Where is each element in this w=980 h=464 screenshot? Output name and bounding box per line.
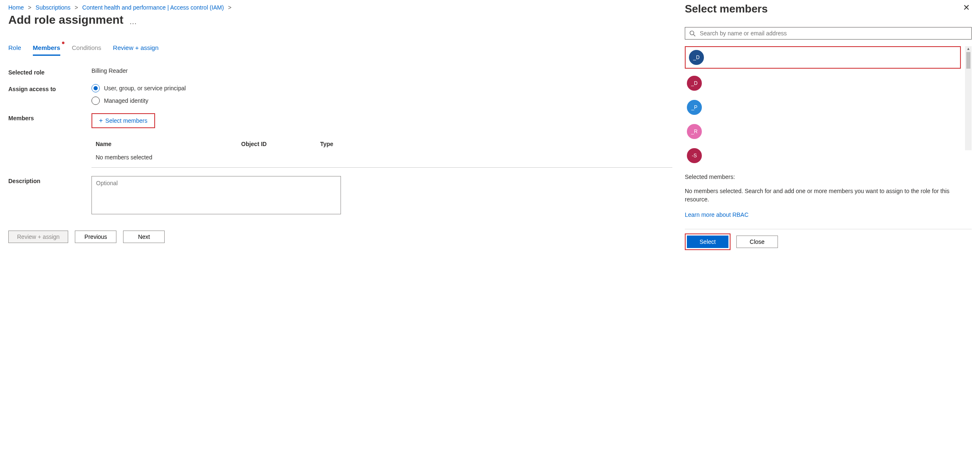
member-item-1[interactable]: _D	[685, 74, 962, 93]
plus-icon: +	[99, 117, 103, 124]
learn-more-rbac-link[interactable]: Learn more about RBAC	[685, 211, 972, 218]
select-button[interactable]: Select	[687, 236, 728, 248]
scroll-up-icon[interactable]: ▲	[967, 46, 970, 51]
col-header-object-id: Object ID	[241, 141, 304, 147]
footer-buttons: Review + assign Previous Next	[8, 231, 672, 243]
description-label: Description	[8, 176, 91, 216]
scrollbar[interactable]: ▲	[965, 46, 972, 150]
member-item-4[interactable]: -S	[685, 146, 962, 165]
members-table: Name Object ID Type No members selected	[91, 138, 672, 168]
assign-access-label: Assign access to	[8, 84, 91, 105]
main-panel: Home > Subscriptions > Content health an…	[0, 0, 681, 464]
svg-line-1	[694, 34, 695, 36]
breadcrumb: Home > Subscriptions > Content health an…	[8, 4, 672, 11]
search-input[interactable]	[699, 30, 967, 37]
radio-user-group-sp[interactable]: User, group, or service principal	[91, 84, 672, 92]
members-table-empty: No members selected	[91, 150, 672, 168]
radio-managed-identity[interactable]: Managed identity	[91, 97, 672, 105]
assign-access-radio-group: User, group, or service principal Manage…	[91, 84, 672, 105]
next-button[interactable]: Next	[123, 231, 165, 243]
radio-checked-icon	[91, 84, 100, 92]
member-list: _D _D _P _R -S	[685, 46, 962, 165]
search-icon	[689, 30, 696, 37]
review-assign-button: Review + assign	[8, 231, 68, 243]
radio-label: Managed identity	[104, 97, 148, 104]
page-title: Add role assignment	[8, 13, 123, 27]
chevron-right-icon: >	[75, 4, 78, 11]
radio-unchecked-icon	[91, 97, 100, 105]
member-item-0[interactable]: _D	[685, 46, 961, 69]
tab-members-label: Members	[33, 44, 60, 51]
chevron-right-icon: >	[228, 4, 231, 11]
avatar: _D	[687, 76, 702, 91]
tab-conditions: Conditions	[72, 42, 101, 56]
scroll-thumb[interactable]	[966, 52, 970, 69]
radio-label: User, group, or service principal	[104, 85, 186, 92]
breadcrumb-home[interactable]: Home	[8, 4, 24, 11]
selected-role-value: Billing Reader	[91, 67, 672, 76]
panel-title: Select members	[685, 2, 768, 15]
col-header-type: Type	[320, 141, 668, 147]
tab-members[interactable]: Members	[33, 42, 60, 56]
select-button-highlight: Select	[685, 233, 731, 250]
tab-review-assign[interactable]: Review + assign	[113, 42, 159, 56]
avatar: _P	[687, 100, 702, 115]
member-item-3[interactable]: _R	[685, 122, 962, 141]
close-button[interactable]: Close	[736, 236, 778, 248]
close-icon[interactable]: ✕	[961, 2, 972, 12]
selected-members-label: Selected members:	[685, 174, 972, 180]
selected-role-label: Selected role	[8, 67, 91, 76]
status-dot-icon	[62, 42, 64, 44]
select-members-link-text: Select members	[105, 117, 147, 124]
panel-actions: Select Close	[685, 233, 972, 250]
select-members-link[interactable]: + Select members	[91, 113, 155, 128]
members-label: Members	[8, 113, 91, 168]
breadcrumb-subscriptions[interactable]: Subscriptions	[36, 4, 71, 11]
avatar: _R	[687, 124, 702, 139]
selected-members-description: No members selected. Search for and add …	[685, 187, 972, 204]
svg-point-0	[690, 31, 694, 35]
previous-button[interactable]: Previous	[75, 231, 116, 243]
tabs: Role Members Conditions Review + assign	[8, 42, 672, 56]
select-members-panel: Select members ✕ _D _D _P _R -S	[681, 0, 980, 464]
description-input[interactable]	[91, 176, 341, 214]
avatar: _D	[689, 50, 704, 65]
tab-role[interactable]: Role	[8, 42, 21, 56]
chevron-right-icon: >	[28, 4, 31, 11]
more-icon[interactable]: …	[129, 17, 137, 30]
member-item-2[interactable]: _P	[685, 98, 962, 117]
member-list-scroll: _D _D _P _R -S ▲	[685, 46, 972, 165]
breadcrumb-iam[interactable]: Content health and performance | Access …	[82, 4, 224, 11]
col-header-name: Name	[96, 141, 225, 147]
divider	[685, 229, 972, 229]
search-field[interactable]	[685, 27, 972, 40]
avatar: -S	[687, 148, 702, 163]
